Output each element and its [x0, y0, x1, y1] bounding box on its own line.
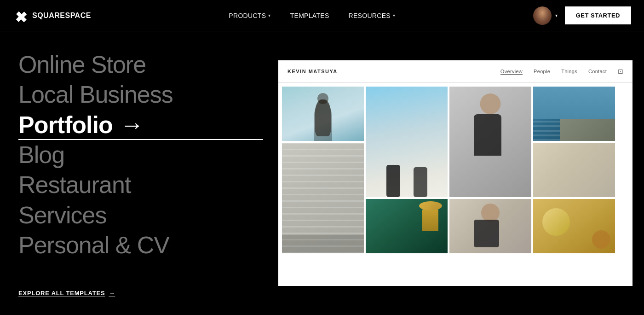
navbar: SQUARESPACE PRODUCTS ▾ TEMPLATES RESOURC…: [0, 0, 644, 31]
template-brand: KEVIN MATSUYA: [288, 69, 338, 74]
explore-all-templates-link[interactable]: EXPLORE ALL TEMPLATES →: [18, 290, 263, 297]
photo-cell-1: [282, 87, 364, 141]
left-panel: Online Store Local Business Portfolio → …: [0, 31, 276, 315]
photo-cell-5: [282, 143, 364, 253]
arrow-icon: →: [120, 111, 144, 139]
main-content: Online Store Local Business Portfolio → …: [0, 31, 644, 315]
photo-cell-2: [366, 87, 448, 197]
right-panel: KEVIN MATSUYA Overview People Things Con…: [276, 31, 644, 315]
nav-resources[interactable]: RESOURCES ▾: [349, 12, 396, 19]
nav-templates[interactable]: TEMPLATES: [290, 12, 329, 19]
template-instagram-icon[interactable]: ⊡: [618, 68, 623, 75]
template-nav-links: Overview People Things Contact ⊡: [500, 68, 623, 75]
resources-chevron-icon: ▾: [393, 13, 395, 18]
photo-cell-9: [533, 199, 615, 253]
squarespace-logo-icon: [13, 8, 28, 23]
category-services[interactable]: Services: [18, 200, 263, 230]
photo-cell-7: [366, 199, 448, 253]
category-online-store[interactable]: Online Store: [18, 50, 263, 80]
photo-cell-4: [533, 87, 615, 141]
avatar: [533, 6, 552, 25]
template-nav-overview[interactable]: Overview: [500, 69, 523, 75]
avatar-chevron-icon: ▾: [555, 13, 558, 18]
category-restaurant[interactable]: Restaurant: [18, 170, 263, 200]
category-blog[interactable]: Blog: [18, 140, 263, 170]
avatar-image: [533, 6, 552, 25]
photo-cell-3: [449, 87, 531, 197]
nav-products[interactable]: PRODUCTS ▾: [229, 12, 270, 19]
explore-arrow-icon: →: [109, 290, 115, 297]
photo-cell-8: [449, 199, 531, 253]
products-chevron-icon: ▾: [268, 13, 270, 18]
template-nav-people[interactable]: People: [534, 69, 550, 74]
logo-text: SQUARESPACE: [32, 12, 91, 20]
logo[interactable]: SQUARESPACE: [13, 8, 91, 23]
category-portfolio[interactable]: Portfolio →: [18, 110, 263, 140]
template-nav-contact[interactable]: Contact: [588, 69, 607, 74]
category-list: Online Store Local Business Portfolio → …: [18, 50, 263, 261]
template-preview: KEVIN MATSUYA Overview People Things Con…: [278, 60, 632, 286]
nav-center: PRODUCTS ▾ TEMPLATES RESOURCES ▾: [229, 12, 395, 19]
category-local-business[interactable]: Local Business: [18, 80, 263, 110]
explore-link-text: EXPLORE ALL TEMPLATES: [18, 290, 105, 297]
category-personal-cv[interactable]: Personal & CV: [18, 230, 263, 260]
user-avatar-wrapper[interactable]: ▾: [533, 6, 558, 25]
template-navbar: KEVIN MATSUYA Overview People Things Con…: [278, 60, 632, 83]
nav-right: ▾ GET STARTED: [533, 6, 631, 25]
photo-cell-6: [533, 143, 615, 197]
get-started-button[interactable]: GET STARTED: [565, 6, 631, 24]
template-photo-grid: [278, 83, 632, 257]
template-nav-things[interactable]: Things: [561, 69, 577, 74]
